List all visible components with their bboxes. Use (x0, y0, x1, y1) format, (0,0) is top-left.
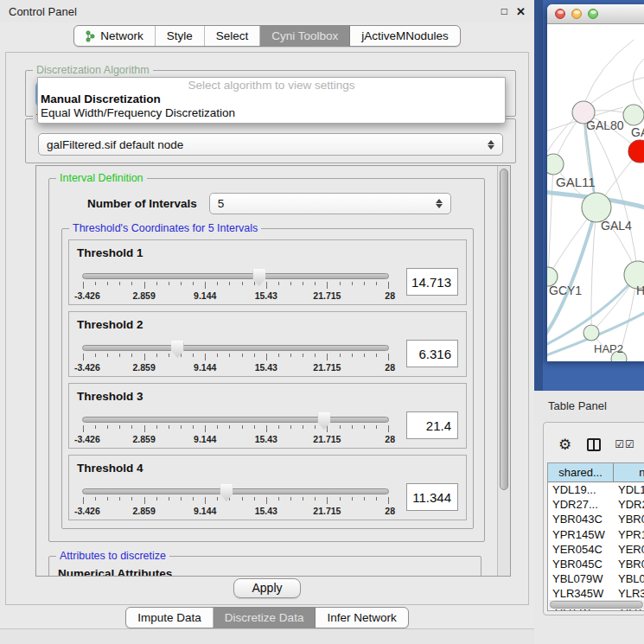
tick-mark (327, 497, 328, 504)
node-label: GAL4 (601, 219, 632, 233)
tab-cyni-toolbox[interactable]: Cyni Toolbox (260, 26, 350, 46)
table-panel: ⚙ ☑☑ shared...name YDL19...YDL1YDR27...Y… (543, 422, 644, 615)
tick-mark (95, 282, 96, 285)
bottom-tabs: Impute DataDiscretize DataInfer Network (125, 607, 408, 628)
network-window[interactable]: GAL80GAGAL11GAL4GCY1HHAP2 (547, 4, 644, 361)
threshold-value-field[interactable]: 21.4 (406, 411, 458, 439)
tab-impute-data[interactable]: Impute Data (126, 608, 214, 628)
tick-mark (144, 282, 145, 289)
close-traffic-light[interactable] (555, 9, 565, 19)
threshold-slider[interactable]: -3.4262.8599.14415.4321.71528 (77, 273, 394, 302)
gear-icon[interactable]: ⚙ (558, 436, 571, 454)
table-row[interactable]: YER054CYER0 (548, 542, 644, 557)
table-cell: YDL1 (614, 482, 644, 497)
threshold-panel-4: Threshold 4-3.4262.8599.14415.4321.71528… (68, 455, 467, 520)
threshold-label: Threshold 2 (77, 318, 458, 331)
threshold-slider[interactable]: -3.4262.8599.14415.4321.71528 (77, 488, 394, 517)
scale-label: 28 (385, 290, 395, 301)
number-of-intervals-combobox[interactable]: 5 (209, 193, 451, 214)
tick-mark (119, 497, 120, 501)
node-label: GCY1 (549, 284, 582, 297)
select-columns-icon[interactable]: ☑☑ (615, 438, 635, 450)
node-label: GAL11 (556, 175, 596, 189)
network-node[interactable] (583, 325, 599, 341)
scale-label: 2.859 (132, 434, 155, 444)
table-row[interactable]: YLR345WYLR3 (548, 586, 644, 601)
network-canvas[interactable]: GAL80GAGAL11GAL4GCY1HHAP2 (547, 24, 644, 361)
tick-mark (340, 282, 341, 285)
tick-mark (169, 497, 169, 501)
network-node[interactable] (623, 105, 644, 125)
horizontal-scrollbar-thumb[interactable] (550, 601, 643, 609)
dropdown-option-equal-width[interactable]: Equal Width/Frequency Discretization (38, 106, 505, 120)
table-cell: YLR3 (614, 586, 644, 601)
threshold-body: -3.4262.8599.14415.4321.7152821.4 (77, 411, 458, 445)
slider-ticks (83, 497, 388, 505)
scale-label: 21.715 (313, 506, 341, 516)
vertical-scrollbar[interactable] (497, 166, 510, 576)
tick-mark (352, 282, 353, 285)
tick-mark (352, 425, 353, 429)
vertical-scrollbar-thumb[interactable] (500, 169, 508, 490)
network-node[interactable] (547, 154, 564, 175)
threshold-slider[interactable]: -3.4262.8599.14415.4321.71528 (77, 417, 394, 445)
scale-label: 28 (385, 434, 395, 444)
close-icon[interactable]: ✕ (516, 6, 526, 17)
tick-mark (193, 425, 194, 429)
apply-button[interactable]: Apply (233, 578, 300, 598)
tab-jactivemnodules[interactable]: jActiveMNodules (350, 26, 460, 46)
tick-mark (217, 425, 218, 429)
tab-discretize-data[interactable]: Discretize Data (214, 608, 316, 628)
slider-ticks (83, 425, 388, 433)
table-row[interactable]: YBR045CYBR0 (548, 557, 644, 571)
tick-mark (169, 425, 169, 429)
table-row[interactable]: YDR27...YDR2 (548, 497, 644, 512)
threshold-slider[interactable]: -3.4262.8599.14415.4321.71528 (77, 345, 394, 373)
threshold-value-field[interactable]: 11.344 (406, 483, 458, 511)
network-icon (86, 30, 95, 42)
threshold-value-field[interactable]: 14.713 (406, 268, 458, 296)
right-side: GAL80GAGAL11GAL4GCY1HHAP2 Table Panel ⚙ … (534, 0, 644, 644)
tick-mark (95, 497, 96, 501)
number-of-intervals-value: 5 (218, 197, 225, 210)
tab-network[interactable]: Network (74, 26, 156, 46)
tab-label: Network (100, 29, 143, 42)
tick-mark (229, 354, 230, 357)
column-header-1[interactable]: shared... (548, 463, 614, 482)
zoom-traffic-light[interactable] (588, 9, 598, 19)
column-header-2[interactable]: name (614, 463, 644, 482)
columns-icon[interactable] (587, 438, 601, 451)
table-row[interactable]: YPR145WYPR1 (548, 527, 644, 542)
tick-mark (364, 282, 365, 285)
threshold-value-field[interactable]: 6.316 (406, 340, 458, 367)
tab-select[interactable]: Select (205, 26, 261, 46)
table-row[interactable]: YBR043CYBR0 (548, 512, 644, 526)
tick-mark (144, 425, 145, 432)
scale-label: 2.859 (132, 362, 155, 373)
node-table[interactable]: shared...name YDL19...YDL1YDR27...YDR2YB… (547, 462, 644, 611)
tick-mark (254, 354, 255, 357)
scale-label: 21.715 (313, 362, 341, 373)
minimize-traffic-light[interactable] (571, 9, 582, 19)
dropdown-option-manual[interactable]: Manual Discretization (38, 92, 505, 106)
scale-label: 9.144 (194, 434, 216, 444)
tick-mark (303, 282, 303, 285)
table-row[interactable]: YDL19...YDL1 (548, 482, 644, 497)
table-row[interactable]: YBL079WYBL0 (548, 571, 644, 586)
threshold-label: Threshold 1 (77, 246, 458, 259)
panel-title: Control Panel (9, 5, 77, 18)
combo-arrows-icon (488, 140, 494, 150)
tick-mark (315, 354, 316, 357)
threshold-panel-1: Threshold 1-3.4262.8599.14415.4321.71528… (68, 239, 467, 305)
horizontal-scrollbar[interactable] (549, 600, 644, 609)
float-window-icon[interactable]: □ (501, 6, 507, 16)
tick-mark (156, 425, 157, 429)
tab-infer-network[interactable]: Infer Network (316, 608, 407, 628)
network-node[interactable] (582, 193, 611, 222)
table-cell: YDL19... (548, 482, 614, 497)
tick-mark (327, 354, 328, 360)
scale-label: 15.43 (255, 506, 277, 516)
tick-mark (278, 282, 279, 285)
tab-style[interactable]: Style (156, 26, 205, 46)
table-data-combobox[interactable]: galFiltered.sif default node (38, 133, 503, 156)
